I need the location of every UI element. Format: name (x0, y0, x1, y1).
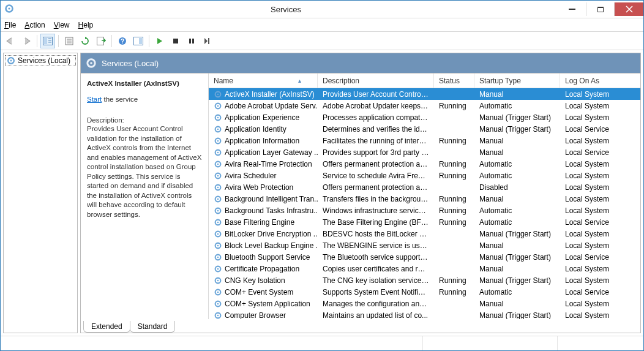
restart-service-button[interactable] (200, 34, 215, 48)
tab-standard[interactable]: Standard (130, 321, 176, 333)
service-row[interactable]: Application ExperienceProcesses applicat… (209, 111, 640, 123)
cell-name: Background Tasks Infrastru... (209, 206, 318, 215)
cell-logon: Local System (560, 195, 640, 203)
menubar: File Action View Help (1, 18, 643, 32)
titlebar: Services (1, 1, 643, 18)
service-row[interactable]: Bluetooth Support ServiceThe Bluetooth s… (209, 251, 640, 263)
svg-rect-17 (189, 39, 191, 43)
cell-name: COM+ System Application (209, 300, 318, 308)
cell-logon: Local System (560, 206, 640, 215)
column-header-logon[interactable]: Log On As (560, 74, 640, 88)
close-button[interactable] (614, 2, 643, 16)
tree-node-services-local[interactable]: Services (Local) (5, 55, 76, 66)
main-area: Services (Local) Services (Local) Active… (1, 50, 643, 336)
service-row[interactable]: ActiveX Installer (AxInstSV)Provides Use… (209, 88, 640, 100)
cell-logon: Local System (560, 172, 640, 180)
service-row[interactable]: COM+ System ApplicationManages the confi… (209, 298, 640, 309)
menu-file[interactable]: File (4, 21, 16, 29)
cell-startup: Manual (Trigger Start) (474, 311, 560, 320)
list-header: Name▴ Description Status Startup Type Lo… (209, 74, 640, 88)
refresh-button[interactable] (78, 34, 92, 48)
service-row[interactable]: Adobe Acrobat Update Serv...Adobe Acroba… (209, 100, 640, 111)
service-row[interactable]: Avira Real-Time ProtectionOffers permane… (209, 158, 640, 170)
cell-name: COM+ Event System (209, 288, 318, 296)
column-header-startup[interactable]: Startup Type (474, 74, 560, 88)
service-row[interactable]: Application Layer Gateway ...Provides su… (209, 146, 640, 158)
show-hide-action-pane-button[interactable] (131, 34, 146, 48)
cell-logon: Local System (560, 311, 640, 320)
service-row[interactable]: Background Intelligent Tran...Transfers … (209, 193, 640, 205)
svg-rect-16 (173, 39, 178, 43)
service-row[interactable]: Avira SchedulerService to schedule Avira… (209, 170, 640, 181)
cell-name: Avira Scheduler (209, 172, 318, 180)
cell-name: Computer Browser (209, 311, 318, 320)
console-tree[interactable]: Services (Local) (3, 53, 78, 333)
service-row[interactable]: Base Filtering EngineThe Base Filtering … (209, 216, 640, 228)
cell-startup: Manual (Trigger Start) (474, 125, 560, 134)
app-icon (4, 4, 14, 15)
cell-logon: Local System (560, 160, 640, 168)
service-row[interactable]: Computer BrowserMaintains an updated lis… (209, 309, 640, 319)
cell-logon: Local System (560, 102, 640, 110)
cell-status: Running (434, 160, 474, 168)
forward-button[interactable] (19, 34, 34, 48)
cell-name: Avira Real-Time Protection (209, 160, 318, 168)
svg-point-63 (217, 314, 219, 315)
services-list-pane: Name▴ Description Status Startup Type Lo… (209, 74, 640, 319)
column-header-description[interactable]: Description (318, 74, 434, 88)
cell-status: Running (434, 195, 474, 203)
help-button[interactable]: ? (115, 34, 130, 48)
service-row[interactable]: Background Tasks Infrastru...Windows inf… (209, 205, 640, 216)
show-hide-tree-button[interactable] (40, 34, 55, 48)
back-button[interactable] (3, 34, 18, 48)
menu-action[interactable]: Action (24, 21, 45, 29)
column-header-status[interactable]: Status (434, 74, 474, 88)
svg-point-35 (217, 151, 219, 153)
service-row[interactable]: Block Level Backup Engine ...The WBENGIN… (209, 240, 640, 251)
svg-point-25 (217, 93, 219, 94)
cell-status: Running (434, 288, 474, 296)
menu-help[interactable]: Help (78, 21, 94, 29)
svg-point-1 (8, 7, 10, 9)
start-link[interactable]: Start (87, 96, 102, 103)
service-row[interactable]: Avira Web ProtectionOffers permanent pro… (209, 181, 640, 193)
service-row[interactable]: CNG Key IsolationThe CNG key isolation s… (209, 274, 640, 286)
services-rows[interactable]: ActiveX Installer (AxInstSV)Provides Use… (209, 88, 640, 319)
cell-startup: Automatic (474, 160, 560, 168)
menu-view[interactable]: View (54, 21, 70, 29)
cell-description: Determines and verifies the iden... (318, 125, 434, 134)
service-row[interactable]: Application InformationFacilitates the r… (209, 135, 640, 146)
cell-description: Provides support for 3rd party p... (318, 148, 434, 157)
cell-startup: Manual (474, 90, 560, 99)
maximize-button[interactable] (586, 2, 614, 16)
minimize-button[interactable] (558, 2, 586, 16)
svg-point-47 (217, 221, 219, 222)
cell-name: Background Intelligent Tran... (209, 195, 318, 203)
view-tabs: Extended Standard (81, 319, 640, 333)
properties-button[interactable] (62, 34, 77, 48)
cell-description: Service to schedule Avira Free A... (318, 172, 434, 180)
service-row[interactable]: Application IdentityDetermines and verif… (209, 123, 640, 135)
start-suffix: the service (102, 96, 138, 103)
service-row[interactable]: BitLocker Drive Encryption ...BDESVC hos… (209, 228, 640, 240)
cell-logon: Local System (560, 113, 640, 122)
svg-point-31 (217, 128, 219, 129)
export-list-button[interactable] (94, 34, 108, 48)
svg-point-43 (217, 198, 219, 199)
cell-description: The WBENGINE service is used b... (318, 241, 434, 250)
service-row[interactable]: COM+ Event SystemSupports System Event N… (209, 286, 640, 298)
cell-startup: Disabled (474, 183, 560, 192)
svg-point-45 (217, 209, 219, 211)
svg-point-57 (217, 279, 219, 281)
cell-name: CNG Key Isolation (209, 276, 318, 285)
tab-extended[interactable]: Extended (83, 321, 130, 333)
cell-startup: Manual (474, 241, 560, 250)
service-row[interactable]: Certificate PropagationCopies user certi… (209, 263, 640, 274)
column-header-name[interactable]: Name▴ (209, 74, 318, 88)
cell-status: Running (434, 102, 474, 110)
cell-status: Running (434, 276, 474, 285)
svg-rect-11 (97, 37, 103, 45)
stop-service-button[interactable] (168, 34, 183, 48)
pause-service-button[interactable] (184, 34, 199, 48)
start-service-button[interactable] (152, 34, 167, 48)
